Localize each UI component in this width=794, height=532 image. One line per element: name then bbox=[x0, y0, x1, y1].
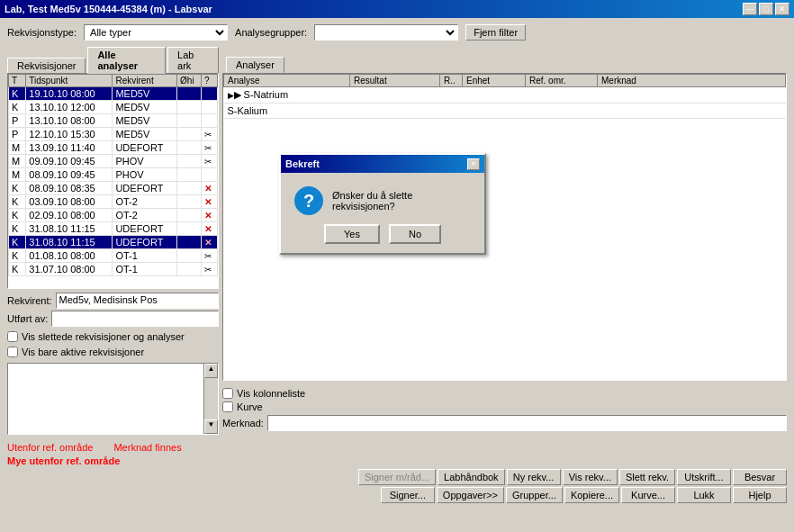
modal-message: Ønsker du å slette rekvisisjonen? bbox=[332, 190, 471, 212]
modal-no-button[interactable]: No bbox=[389, 224, 441, 244]
modal-message-row: ? Ønsker du å slette rekvisisjonen? bbox=[294, 186, 471, 215]
modal-buttons: Yes No bbox=[324, 224, 441, 244]
modal-yes-button[interactable]: Yes bbox=[324, 224, 380, 244]
modal-body: ? Ønsker du å slette rekvisisjonen? Yes … bbox=[281, 173, 484, 253]
modal-title: Bekreft bbox=[285, 158, 320, 169]
modal-title-bar: Bekreft ✕ bbox=[281, 155, 484, 173]
modal-close-button[interactable]: ✕ bbox=[467, 158, 480, 170]
confirm-dialog: Bekreft ✕ ? Ønsker du å slette rekvisisj… bbox=[279, 153, 486, 255]
modal-overlay: Bekreft ✕ ? Ønsker du å slette rekvisisj… bbox=[0, 0, 794, 532]
question-icon: ? bbox=[294, 186, 323, 215]
